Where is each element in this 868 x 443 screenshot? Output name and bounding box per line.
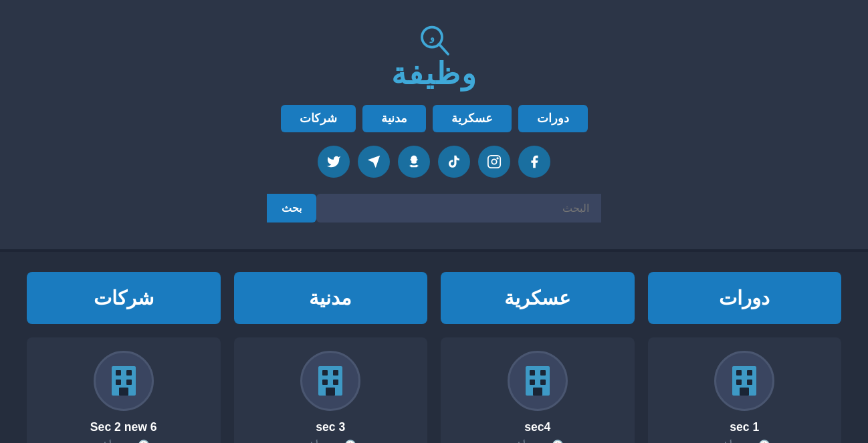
card-icon-wrapper	[714, 351, 774, 411]
svg-rect-23	[326, 388, 335, 396]
card-sec1[interactable]: sec 1 🕐 منذ 3 أيام	[648, 337, 842, 443]
nav-pill-civilian[interactable]: مدنية	[362, 105, 426, 132]
svg-rect-20	[333, 370, 338, 376]
card-sec4[interactable]: sec4 🕐 منذ 3 أيام	[441, 337, 635, 443]
category-military[interactable]: عسكرية	[441, 272, 635, 324]
card-icon-wrapper	[94, 351, 154, 411]
svg-point-5	[497, 158, 498, 158]
card-title: sec 1	[661, 420, 829, 434]
card-time: 🕐 منذ 3 أيام	[661, 440, 829, 443]
svg-text:و: و	[429, 33, 435, 43]
card-icon-wrapper	[300, 351, 360, 411]
logo-text: وظيفة	[391, 57, 477, 90]
card-icon-wrapper	[508, 351, 568, 411]
card-sec3[interactable]: sec 3 🕐 منذ 3 أيام	[234, 337, 428, 443]
svg-rect-17	[533, 388, 542, 396]
svg-rect-7	[736, 370, 742, 376]
card-time: 🕐 منذ 3 أيام	[247, 440, 415, 443]
card-time: 🕐 منذ 3 أيام	[454, 440, 621, 443]
card-title: Sec 2 new 6	[40, 420, 207, 434]
svg-rect-26	[126, 370, 132, 376]
svg-rect-13	[530, 370, 535, 376]
card-title: sec4	[454, 420, 621, 434]
logo-container: و وظيفة	[13, 20, 855, 92]
svg-rect-15	[530, 380, 535, 385]
clock-icon: 🕐	[552, 440, 564, 443]
category-companies[interactable]: شركات	[27, 272, 221, 324]
svg-rect-27	[116, 380, 121, 385]
svg-rect-16	[540, 380, 546, 385]
clock-icon: 🕐	[344, 440, 356, 443]
snapchat-icon[interactable]	[398, 146, 430, 178]
facebook-icon[interactable]	[518, 146, 550, 178]
svg-rect-14	[540, 370, 546, 376]
svg-rect-10	[747, 380, 752, 385]
card-time: 🕐 منذ 2 أيام	[40, 440, 207, 443]
tiktok-icon[interactable]	[438, 146, 470, 178]
search-button[interactable]: بحث	[267, 194, 316, 223]
svg-rect-25	[116, 370, 121, 376]
twitter-icon[interactable]	[318, 146, 350, 178]
search-bar: بحث	[267, 194, 601, 223]
nav-pill-military[interactable]: عسكرية	[433, 105, 512, 132]
nav-pill-companies[interactable]: شركات	[281, 105, 356, 132]
telegram-icon[interactable]	[358, 146, 390, 178]
clock-icon: 🕐	[758, 440, 770, 443]
clock-icon: 🕐	[138, 440, 150, 443]
svg-rect-29	[119, 388, 128, 396]
category-civilian[interactable]: مدنية	[234, 272, 428, 324]
svg-point-4	[492, 159, 496, 164]
instagram-icon[interactable]	[478, 146, 510, 178]
svg-rect-8	[747, 370, 752, 376]
svg-rect-3	[488, 156, 500, 168]
logo: و وظيفة	[391, 20, 477, 92]
social-icons	[13, 146, 855, 178]
category-courses[interactable]: دورات	[648, 272, 842, 324]
svg-line-1	[439, 44, 449, 54]
svg-rect-19	[322, 370, 328, 376]
card-sec2new6[interactable]: Sec 2 new 6 🕐 منذ 2 أيام	[27, 337, 221, 443]
svg-rect-9	[736, 380, 742, 385]
nav-pills: دورات عسكرية مدنية شركات	[13, 105, 855, 132]
categories-grid: دورات عسكرية مدنية شركات	[27, 272, 841, 324]
svg-rect-21	[322, 380, 328, 385]
nav-pill-courses[interactable]: دورات	[518, 105, 588, 132]
svg-rect-28	[126, 380, 132, 385]
card-title: sec 3	[247, 420, 415, 434]
hero-section: و وظيفة دورات عسكرية مدنية شركات	[0, 0, 868, 249]
search-input[interactable]	[316, 194, 601, 223]
main-content: دورات عسكرية مدنية شركات sec 1 🕐 منذ 3	[0, 252, 868, 443]
svg-rect-11	[740, 388, 749, 396]
cards-grid: sec 1 🕐 منذ 3 أيام sec4 🕐	[27, 337, 841, 443]
svg-rect-22	[333, 380, 338, 385]
